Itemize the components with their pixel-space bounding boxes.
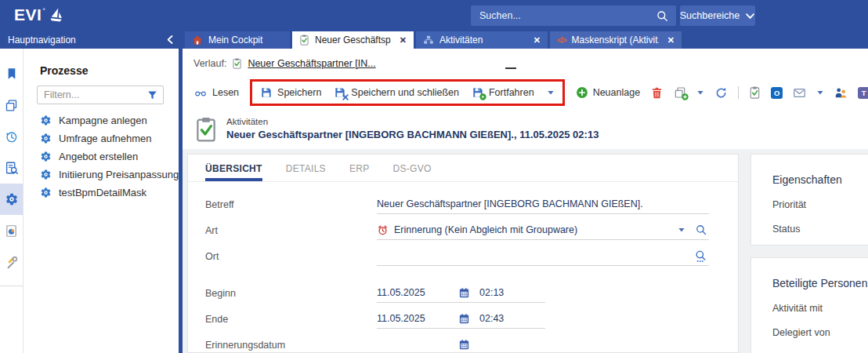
sitemap-icon [423,35,434,45]
prozesse-panel: Prozesse Kampagne anlegen Umfrage aufneh… [24,49,179,353]
beginn-datetime-input[interactable]: 11.05.2025 02:13 [377,283,545,303]
search-input[interactable] [478,9,656,22]
search-scope-dropdown[interactable]: Suchbereiche [680,5,755,26]
email-envelope-icon[interactable] [793,86,806,100]
form-tab-erp[interactable]: ERP [349,163,370,181]
process-item-umfrage-aufnehmen[interactable]: Umfrage aufnehmen [24,129,179,147]
process-item-testbpmdetailmask[interactable]: testBpmDetailMask [24,184,179,202]
lookup-search-dots-icon[interactable] [694,249,707,263]
process-gear-icon [40,151,52,162]
alarm-icon [377,224,389,236]
rail-item-bookmarks[interactable] [0,58,23,89]
activity-check-icon[interactable] [749,86,761,99]
delete-trash-icon[interactable] [650,86,664,100]
save-button[interactable]: Speichern [260,86,321,99]
dropdown-caret-icon[interactable] [696,89,704,96]
teams-icon[interactable]: T [858,87,868,99]
rail-item-pages[interactable] [0,89,23,121]
tab-mein-cockpit[interactable]: Mein Cockpit [185,31,290,49]
ort-input[interactable] [377,246,709,266]
process-gear-icon [40,133,52,144]
calendar-icon[interactable] [458,287,470,299]
activity-form-card: ÜBERSICHT DETAILS ERP DS-GVO Betreff Neu… [187,154,739,353]
save-and-close-button[interactable]: Speichern und schließen [334,86,459,99]
rail-item-history[interactable] [0,121,23,152]
save-floppy-icon [260,86,273,99]
form-tab-uebersicht[interactable]: ÜBERSICHT [205,163,262,181]
delegiert-von-label: Delegiert von [772,327,868,338]
status-label: Status [772,224,868,235]
spacer [205,269,738,280]
betreff-input[interactable]: Neuer Geschäftspartner [INGEBORG BACHMAN… [377,195,709,214]
rail-divider [0,286,23,286]
code-icon: </> [557,36,566,45]
field-row-erinnerungsdatum: Erinnerungsdatum [205,332,738,353]
history-link[interactable]: Neuer Geschäftspartner [IN... [248,58,375,69]
close-tab-icon[interactable]: ✕ [667,35,675,45]
close-tab-icon[interactable]: ✕ [400,35,407,45]
copy-pages-icon [5,99,18,112]
dropdown-caret-icon[interactable] [816,89,824,96]
rail-item-reports[interactable] [0,215,23,246]
process-list: Kampagne anlegen Umfrage aufnehmen Angeb… [24,111,179,202]
meeting-people-icon[interactable] [834,86,848,100]
form-tab-dsgvo[interactable]: DS-GVO [393,163,432,181]
rail-item-search-lists[interactable] [0,152,23,184]
sidebar-title: Hauptnavigation [8,35,76,45]
field-row-betreff: Betreff Neuer Geschäftspartner [INGEBORG… [205,191,738,217]
process-item-angebot-erstellen[interactable]: Angebot erstellen [24,147,179,166]
collapse-sidebar-icon[interactable] [165,35,175,45]
rail-item-tools[interactable] [0,246,23,278]
evi-application-window: EVI° Suchbereiche Hauptnavigation Mein C… [0,0,868,353]
field-label: Erinnerungsdatum [205,340,377,351]
field-label: Ende [205,314,377,325]
record-title: Neuer Geschäftspartner [INGEBORG BACHMAN… [226,129,599,140]
search-icon[interactable] [656,9,669,23]
filter-funnel-icon[interactable] [146,89,158,101]
ende-datetime-input[interactable]: 11.05.2025 02:43 [377,309,545,329]
read-button[interactable]: Lesen [193,86,239,99]
tools-icon [5,256,18,269]
field-label: Beginn [205,288,377,299]
home-icon [192,35,203,45]
field-row-ende: Ende 11.05.2025 02:43 [205,306,738,332]
form-tab-details[interactable]: DETAILS [286,163,326,181]
tab-maskenskript[interactable]: </> Maskenskript (Aktivit... ✕ [550,31,682,49]
card-title: Eigenschaften [772,173,868,186]
plus-circle-icon [576,86,588,99]
process-item-kampagne-anlegen[interactable]: Kampagne anlegen [24,111,179,129]
erinnerungsdatum-input[interactable] [377,335,545,353]
field-label: Art [205,225,377,236]
continue-button[interactable]: Fortfahren [472,86,534,99]
rail-item-prozesse[interactable] [0,184,23,215]
duplicate-button[interactable] [674,86,686,99]
search-scope-label: Suchbereiche [680,10,740,21]
filter-input[interactable] [42,89,146,101]
refresh-icon[interactable] [714,86,728,100]
bookmark-icon [5,67,18,80]
collapse-toolbar-handle[interactable] [505,67,516,69]
sailboat-icon [47,5,66,25]
outlook-icon[interactable]: O [771,87,783,99]
lookup-search-icon[interactable] [695,224,707,236]
logo-text: EVI [14,5,42,24]
field-row-art: Art Erinnerung (Kein Abgleich mit Groupw… [205,217,738,243]
calendar-icon[interactable] [458,313,470,325]
card-title: Beteiligte Personen [772,277,868,289]
clipboard-check-icon [232,58,242,69]
glasses-icon [193,86,208,99]
dropdown-caret-icon[interactable] [678,227,685,233]
detail-body: ÜBERSICHT DETAILS ERP DS-GVO Betreff Neu… [183,149,868,353]
close-x-badge-icon [342,94,349,100]
close-tab-icon[interactable]: ✕ [533,35,541,45]
process-item-initiierung-preisanpassung[interactable]: Initiierung Preisanpassung [24,166,179,184]
tab-aktivitaeten[interactable]: Aktivitäten ✕ [416,31,548,49]
record-entity-label: Aktivitäten [226,117,599,126]
dropdown-caret-icon[interactable] [547,89,555,96]
field-row-beginn: Beginn 11.05.2025 02:13 [205,280,738,306]
record-header: Aktivitäten Neuer Geschäftspartner [INGE… [183,110,868,143]
new-record-button[interactable]: Neuanlage [576,86,640,99]
calendar-icon[interactable] [458,339,470,351]
tab-neuer-geschaeftspartner[interactable]: Neuer Geschäftspart... ✕ [292,31,414,49]
art-combobox[interactable]: Erinnerung (Kein Abgleich mit Groupware) [377,220,709,240]
